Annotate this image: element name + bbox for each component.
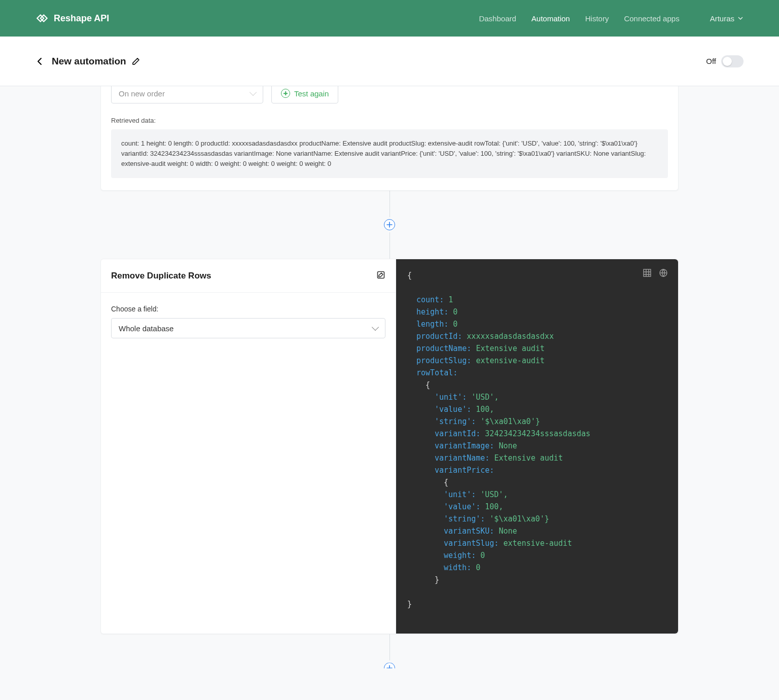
json-key: variantSKU: bbox=[444, 527, 494, 536]
json-key: height: bbox=[416, 307, 448, 317]
add-step-button[interactable] bbox=[384, 662, 395, 674]
json-brace: { bbox=[426, 380, 430, 390]
edit-step-icon[interactable] bbox=[376, 270, 385, 281]
json-key: variantPrice: bbox=[435, 466, 494, 475]
test-again-label: Test again bbox=[294, 89, 329, 98]
field-select-value: Whole database bbox=[119, 324, 173, 333]
rename-icon[interactable] bbox=[131, 57, 140, 66]
json-value: 'USD', bbox=[471, 393, 499, 402]
user-name: Arturas bbox=[710, 14, 734, 23]
connector-1 bbox=[100, 191, 679, 259]
enable-toggle-group: Off bbox=[706, 55, 743, 67]
brand-name: Reshape API bbox=[54, 13, 109, 24]
json-value: '$\xa01\xa0'} bbox=[489, 514, 549, 523]
json-key: length: bbox=[416, 320, 448, 329]
nav-dashboard[interactable]: Dashboard bbox=[479, 14, 516, 23]
table-view-icon[interactable] bbox=[643, 268, 652, 277]
nav-history[interactable]: History bbox=[585, 14, 609, 23]
chevron-down-icon bbox=[250, 89, 257, 96]
trigger-select[interactable]: On new order bbox=[111, 86, 263, 103]
json-brace: { bbox=[407, 271, 412, 280]
svg-rect-1 bbox=[644, 269, 651, 276]
json-key: productId: bbox=[416, 332, 462, 341]
connector-line bbox=[390, 634, 390, 660]
step-card: Remove Duplicate Rows Choose a field: Wh… bbox=[100, 259, 679, 634]
connector-line bbox=[390, 232, 390, 259]
logo[interactable]: Reshape API bbox=[36, 12, 109, 25]
json-value: 0 bbox=[480, 551, 485, 560]
chevron-down-icon bbox=[737, 14, 743, 23]
trigger-card: On new order Test again Retrieved data: … bbox=[100, 86, 679, 191]
json-value: 0 bbox=[476, 563, 480, 572]
step-title: Remove Duplicate Rows bbox=[111, 271, 211, 281]
top-nav: Dashboard Automation History Connected a… bbox=[479, 14, 743, 23]
json-key: rowTotal: bbox=[416, 368, 457, 377]
json-key: 'unit': bbox=[444, 490, 476, 499]
json-key: count: bbox=[416, 295, 444, 304]
logo-icon bbox=[36, 12, 49, 25]
json-brace: } bbox=[407, 600, 412, 609]
json-value: Extensive audit bbox=[476, 344, 544, 353]
json-value: '$\xa01\xa0'} bbox=[480, 417, 540, 426]
json-value: 324234234234sssasdasdas bbox=[485, 429, 590, 438]
field-label: Choose a field: bbox=[111, 305, 385, 313]
json-value: 100, bbox=[485, 502, 503, 511]
enable-toggle[interactable] bbox=[721, 55, 743, 67]
trigger-select-value: On new order bbox=[119, 89, 165, 98]
add-step-button[interactable] bbox=[384, 219, 395, 230]
json-key: variantImage: bbox=[435, 441, 494, 450]
nav-connected-apps[interactable]: Connected apps bbox=[624, 14, 679, 23]
step-config-panel: Remove Duplicate Rows Choose a field: Wh… bbox=[101, 259, 396, 634]
json-brace: { bbox=[444, 478, 448, 487]
connector-line bbox=[390, 191, 390, 217]
user-menu[interactable]: Arturas bbox=[710, 14, 743, 23]
nav-automation[interactable]: Automation bbox=[532, 14, 570, 23]
connector-2 bbox=[100, 634, 679, 676]
retrieved-data-box: count: 1 height: 0 length: 0 productId: … bbox=[111, 129, 668, 178]
json-key: weight: bbox=[444, 551, 476, 560]
chevron-down-icon bbox=[372, 324, 379, 331]
json-value: xxxxxsadasdasdasdxx bbox=[467, 332, 554, 341]
json-value: Extensive audit bbox=[494, 453, 562, 463]
json-value: None bbox=[499, 527, 517, 536]
json-value: 'USD', bbox=[480, 490, 508, 499]
json-key: 'string': bbox=[435, 417, 476, 426]
json-key: 'value': bbox=[444, 502, 480, 511]
page-title: New automation bbox=[52, 56, 126, 67]
back-button[interactable] bbox=[36, 57, 45, 66]
globe-icon[interactable] bbox=[659, 268, 668, 277]
json-value: None bbox=[499, 441, 517, 450]
json-key: variantSlug: bbox=[444, 539, 499, 548]
json-key: productSlug: bbox=[416, 356, 471, 365]
json-value: 0 bbox=[453, 320, 457, 329]
json-value: extensive-audit bbox=[503, 539, 572, 548]
toggle-label: Off bbox=[706, 57, 716, 65]
test-again-button[interactable]: Test again bbox=[271, 86, 338, 103]
json-value: 100, bbox=[476, 405, 494, 414]
field-select[interactable]: Whole database bbox=[111, 318, 385, 338]
json-key: variantName: bbox=[435, 453, 489, 463]
json-key: variantId: bbox=[435, 429, 480, 438]
json-value: 1 bbox=[448, 295, 453, 304]
page-subheader: New automation Off bbox=[0, 37, 779, 86]
json-key: 'unit': bbox=[435, 393, 467, 402]
json-key: productName: bbox=[416, 344, 471, 353]
json-key: 'value': bbox=[435, 405, 471, 414]
json-key: 'string': bbox=[444, 514, 485, 523]
json-brace: } bbox=[435, 575, 439, 584]
retrieved-data-label: Retrieved data: bbox=[111, 117, 668, 124]
refresh-icon bbox=[281, 89, 290, 98]
step-output-panel: { count: 1 height: 0 length: 0 productId… bbox=[396, 259, 678, 634]
json-value: 0 bbox=[453, 307, 457, 317]
json-key: width: bbox=[444, 563, 471, 572]
json-value: extensive-audit bbox=[476, 356, 544, 365]
app-header: Reshape API Dashboard Automation History… bbox=[0, 0, 779, 37]
